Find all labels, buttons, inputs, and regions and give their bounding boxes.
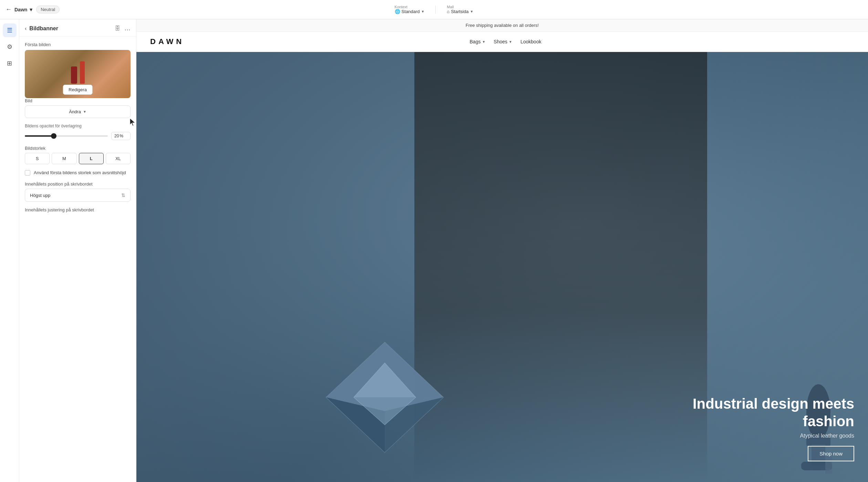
mall-selector[interactable]: Mall ⌂ Startsida ▼	[447, 5, 473, 14]
size-label: Bildstorlek	[25, 146, 131, 151]
dropdown-arrow-icon: ▼	[83, 110, 86, 114]
opacity-label: Bildens opacitet för överlagring	[25, 124, 131, 128]
opacity-value-box: 20 %	[111, 132, 131, 140]
mall-label: Mall	[447, 5, 473, 9]
panel-back-button[interactable]: ‹	[25, 25, 27, 32]
bottle-tall	[80, 61, 85, 84]
preview-area: Free shipping available on all orders! D…	[136, 19, 868, 482]
shoes-chevron: ▼	[509, 40, 512, 44]
context-label: Kontext	[395, 5, 425, 9]
hero-cta-button[interactable]: Shop now	[808, 446, 854, 461]
bottle-red	[71, 66, 77, 84]
bags-chevron: ▼	[482, 40, 485, 44]
nav-item-bags[interactable]: Bags ▼	[470, 39, 486, 44]
hero-subtitle: Atypical leather goods	[648, 433, 854, 439]
context-chevron: ▼	[421, 10, 424, 13]
back-icon[interactable]: ←	[6, 6, 12, 13]
slider-thumb[interactable]	[51, 133, 56, 139]
store-logo: DAWN	[150, 37, 184, 46]
section-title: Första bilden	[25, 42, 131, 47]
sidebar-item-settings[interactable]: ⚙	[3, 40, 17, 54]
topbar: ← Dawn ▼ Neutral Kontext 🌐 Standard ▼ Ma…	[0, 0, 868, 19]
image-field-label: Bild	[25, 98, 131, 103]
home-icon: ⌂	[447, 9, 450, 14]
select-arrow-icon: ⇅	[121, 192, 125, 198]
panel-header: ‹ Bildbanner 🗄 …	[19, 19, 136, 36]
theme-selector[interactable]: Dawn ▼	[14, 7, 33, 12]
nav-item-lookbook[interactable]: Lookbook	[520, 39, 541, 44]
layers-icon: ☰	[7, 27, 12, 34]
context-selector[interactable]: Kontext 🌐 Standard ▼	[395, 5, 425, 14]
position-select[interactable]: Högst upp ⇅	[25, 189, 131, 202]
change-image-button[interactable]: Ändra ▼	[25, 105, 131, 118]
position-label: Innehållets position på skrivbordet	[25, 181, 131, 187]
opacity-slider-track[interactable]	[25, 135, 108, 137]
settings-panel: ‹ Bildbanner 🗄 … Första bilden	[19, 19, 136, 482]
edit-image-button[interactable]: Redigera	[63, 85, 93, 95]
image-field: Bild Ändra ▼	[25, 98, 131, 118]
theme-chevron: ▼	[29, 7, 33, 12]
nav-item-shoes[interactable]: Shoes ▼	[494, 39, 512, 44]
size-l-button[interactable]: L	[79, 153, 104, 164]
size-m-button[interactable]: M	[52, 153, 76, 164]
store-preview: Free shipping available on all orders! D…	[136, 19, 868, 482]
main-layout: ☰ ⚙ ⊞ ‹ Bildbanner 🗄 … Första bilden	[0, 19, 868, 482]
store-nav: DAWN Bags ▼ Shoes ▼ Lookbook	[136, 32, 868, 52]
mall-value: ⌂ Startsida ▼	[447, 9, 473, 14]
divider	[435, 6, 436, 14]
panel-content: Första bilden Redigera Bild	[19, 36, 136, 220]
mall-chevron: ▼	[470, 10, 473, 13]
size-xl-button[interactable]: XL	[106, 153, 131, 164]
checkbox-row: Använd första bildens storlek som avsnit…	[25, 170, 131, 176]
context-value: 🌐 Standard ▼	[395, 9, 425, 14]
hero-banner: Industrial design meets fashion Atypical…	[136, 52, 868, 482]
alignment-label: Innehållets justering på skrivbordet	[25, 207, 131, 212]
slider-filled	[25, 135, 54, 137]
sidebar-item-layers[interactable]: ☰	[3, 23, 17, 37]
settings-icon: ⚙	[7, 43, 12, 51]
opacity-section: Bildens opacitet för överlagring 20 %	[25, 124, 131, 140]
apps-icon: ⊞	[7, 60, 12, 67]
store-menu: Bags ▼ Shoes ▼ Lookbook	[470, 39, 541, 44]
image-preview: Redigera	[25, 50, 131, 98]
size-s-button[interactable]: S	[25, 153, 50, 164]
more-options-button[interactable]: …	[124, 25, 131, 32]
globe-icon: 🌐	[395, 9, 400, 14]
checkbox-label: Använd första bildens storlek som avsnit…	[34, 170, 126, 176]
sidebar-item-apps[interactable]: ⊞	[3, 56, 17, 70]
preview-image-content	[71, 61, 85, 87]
bag-art	[319, 335, 450, 461]
section-height-checkbox[interactable]	[25, 170, 30, 176]
database-icon[interactable]: 🗄	[115, 25, 120, 32]
announcement-bar: Free shipping available on all orders!	[136, 19, 868, 32]
style-badge[interactable]: Neutral	[36, 6, 60, 13]
panel-title: Bildbanner	[29, 25, 58, 32]
opacity-slider-row: 20 %	[25, 132, 131, 140]
position-section: Innehållets position på skrivbordet Högs…	[25, 181, 131, 202]
first-image-section: Första bilden Redigera Bild	[25, 42, 131, 118]
hero-title: Industrial design meets fashion	[648, 395, 854, 430]
sidebar-icons: ☰ ⚙ ⊞	[0, 19, 19, 482]
size-buttons: S M L XL	[25, 153, 131, 164]
image-size-section: Bildstorlek S M L XL	[25, 146, 131, 164]
hero-content: Industrial design meets fashion Atypical…	[648, 395, 854, 461]
alignment-section: Innehållets justering på skrivbordet	[25, 207, 131, 214]
